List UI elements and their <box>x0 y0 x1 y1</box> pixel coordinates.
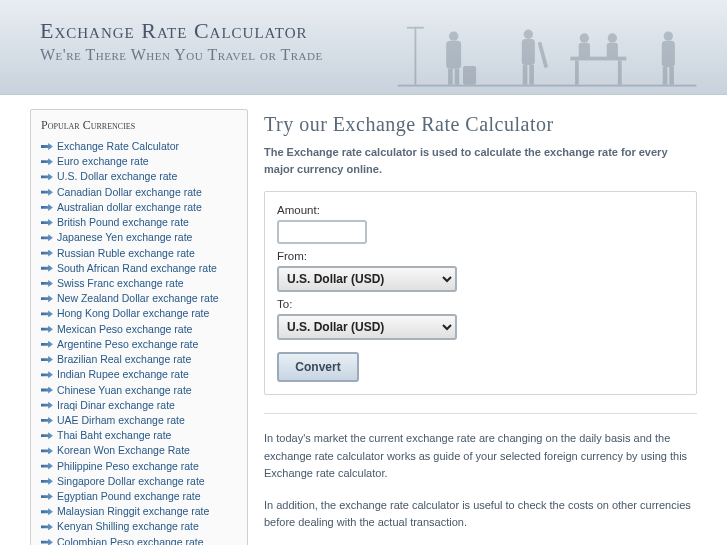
svg-point-16 <box>580 33 589 42</box>
sidebar-link[interactable]: Exchange Rate Calculator <box>41 139 237 154</box>
header-silhouette-art <box>387 10 707 94</box>
svg-rect-2 <box>407 27 424 29</box>
sidebar-list: Exchange Rate CalculatorEuro exchange ra… <box>41 139 237 545</box>
svg-point-18 <box>608 33 617 42</box>
sidebar-link[interactable]: Japanese Yen exchange rate <box>41 230 237 245</box>
svg-point-8 <box>524 30 533 39</box>
sidebar-link[interactable]: Chinese Yuan exchange rate <box>41 383 237 398</box>
sidebar-link[interactable]: Indian Rupee exchange rate <box>41 367 237 382</box>
sidebar-link[interactable]: South African Rand exchange rate <box>41 261 237 276</box>
svg-point-20 <box>664 31 673 40</box>
svg-rect-4 <box>446 41 461 69</box>
svg-rect-23 <box>669 67 674 85</box>
svg-rect-9 <box>522 39 535 65</box>
main-content: Try our Exchange Rate Calculator The Exc… <box>264 109 697 545</box>
amount-label: Amount: <box>277 204 684 216</box>
svg-rect-10 <box>523 65 528 85</box>
svg-point-3 <box>449 31 458 40</box>
sidebar-link[interactable]: Thai Baht exchange rate <box>41 428 237 443</box>
svg-rect-11 <box>529 65 534 85</box>
main-heading: Try our Exchange Rate Calculator <box>264 113 697 136</box>
sidebar-link[interactable]: Mexican Peso exchange rate <box>41 322 237 337</box>
svg-rect-6 <box>455 69 460 85</box>
convert-button[interactable]: Convert <box>277 352 359 382</box>
svg-rect-12 <box>538 42 548 68</box>
to-select[interactable]: U.S. Dollar (USD) <box>277 314 457 340</box>
svg-rect-0 <box>398 85 697 87</box>
sidebar-link[interactable]: Hong Kong Dollar exchange rate <box>41 306 237 321</box>
sidebar-link[interactable]: British Pound exchange rate <box>41 215 237 230</box>
sidebar-link[interactable]: Malaysian Ringgit exchange rate <box>41 504 237 519</box>
calculator-form: Amount: From: U.S. Dollar (USD) To: U.S.… <box>264 191 697 395</box>
sidebar-link[interactable]: Colombian Peso exchange rate <box>41 535 237 545</box>
sidebar-link[interactable]: Canadian Dollar exchange rate <box>41 185 237 200</box>
sidebar-link[interactable]: Kenyan Shilling exchange rate <box>41 519 237 534</box>
svg-rect-7 <box>463 66 476 85</box>
sidebar-link[interactable]: Korean Won Exchange Rate <box>41 443 237 458</box>
paragraph-1: In today's market the current exchange r… <box>264 430 697 483</box>
page-header: Exchange Rate Calculator We're There Whe… <box>0 0 727 95</box>
sidebar-popular-currencies: Popular Currencies Exchange Rate Calcula… <box>30 109 248 545</box>
from-select[interactable]: U.S. Dollar (USD) <box>277 266 457 292</box>
svg-rect-19 <box>607 43 618 60</box>
amount-input[interactable] <box>277 220 367 244</box>
sidebar-link[interactable]: Singapore Dollar exchange rate <box>41 474 237 489</box>
sidebar-link[interactable]: Philippine Peso exchange rate <box>41 459 237 474</box>
sidebar-link[interactable]: Argentine Peso exchange rate <box>41 337 237 352</box>
from-label: From: <box>277 250 684 262</box>
sidebar-link[interactable]: Russian Ruble exchange rate <box>41 246 237 261</box>
svg-rect-13 <box>570 57 626 61</box>
svg-rect-15 <box>618 60 622 84</box>
svg-rect-17 <box>579 43 590 60</box>
sidebar-link[interactable]: Euro exchange rate <box>41 154 237 169</box>
intro-text: The Exchange rate calculator is used to … <box>264 144 697 177</box>
sidebar-link[interactable]: Egyptian Pound exchange rate <box>41 489 237 504</box>
sidebar-link[interactable]: U.S. Dollar exchange rate <box>41 169 237 184</box>
to-label: To: <box>277 298 684 310</box>
sidebar-link[interactable]: UAE Dirham exchange rate <box>41 413 237 428</box>
sidebar-link[interactable]: Swiss Franc exchange rate <box>41 276 237 291</box>
svg-rect-14 <box>575 60 579 84</box>
divider <box>264 413 697 414</box>
svg-rect-21 <box>662 41 675 67</box>
sidebar-link[interactable]: Brazilian Real exchange rate <box>41 352 237 367</box>
sidebar-title: Popular Currencies <box>41 118 237 133</box>
svg-rect-1 <box>414 27 416 85</box>
paragraph-2: In addition, the exchange rate calculato… <box>264 497 697 532</box>
sidebar-link[interactable]: Iraqi Dinar exchange rate <box>41 398 237 413</box>
svg-rect-5 <box>448 69 453 85</box>
sidebar-link[interactable]: New Zealand Dollar exchange rate <box>41 291 237 306</box>
svg-rect-22 <box>663 67 668 85</box>
sidebar-link[interactable]: Australian dollar exchange rate <box>41 200 237 215</box>
